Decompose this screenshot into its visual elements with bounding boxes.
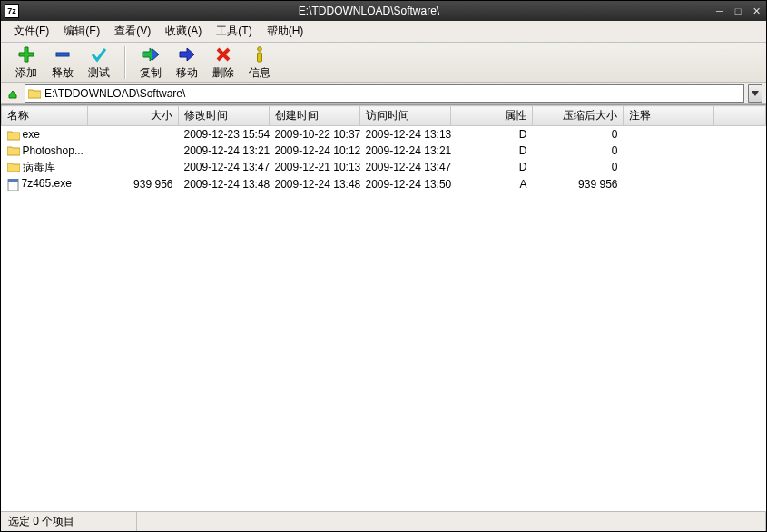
menu-view[interactable]: 查看(V): [107, 21, 158, 42]
file-created: 2009-12-24 10:12: [270, 143, 360, 159]
folder-icon: [7, 130, 20, 141]
menu-help[interactable]: 帮助(H): [260, 21, 311, 42]
move-button[interactable]: 移动: [169, 43, 205, 83]
menu-favorites[interactable]: 收藏(A): [158, 21, 209, 42]
app-window: 7z E:\TDDOWNLOAD\Software\ ─ □ ✕ 文件(F) 编…: [0, 0, 767, 532]
path-input[interactable]: [44, 87, 741, 100]
col-comment[interactable]: 注释: [624, 106, 714, 126]
test-button[interactable]: 测试: [81, 43, 117, 83]
info-button[interactable]: 信息: [241, 43, 278, 83]
x-icon: [214, 44, 232, 64]
file-name: exe: [23, 128, 40, 141]
toolbar: 添加 释放 测试 复制 移动: [1, 43, 766, 83]
file-comment: [624, 143, 714, 159]
folder-icon: [7, 162, 20, 172]
file-name: 7z465.exe: [22, 177, 72, 190]
svg-rect-4: [8, 179, 18, 182]
file-packed: 0: [533, 143, 624, 159]
file-name: Photoshop...: [23, 144, 84, 157]
check-icon: [90, 44, 108, 64]
table-row[interactable]: 病毒库2009-12-24 13:472009-12-21 10:132009-…: [2, 159, 766, 176]
path-field[interactable]: [25, 84, 744, 103]
svg-rect-0: [56, 53, 69, 56]
file-created: 2009-10-22 10:37: [270, 126, 360, 143]
titlebar: 7z E:\TDDOWNLOAD\Software\ ─ □ ✕: [1, 1, 766, 21]
file-accessed: 2009-12-24 13:47: [360, 159, 451, 176]
file-modified: 2009-12-24 13:47: [179, 159, 270, 176]
col-size[interactable]: 大小: [88, 106, 179, 126]
minimize-button[interactable]: ─: [713, 5, 726, 17]
up-arrow-icon: [5, 86, 20, 101]
menu-file[interactable]: 文件(F): [6, 21, 56, 42]
up-button[interactable]: [5, 85, 21, 102]
copy-button[interactable]: 复制: [133, 43, 169, 83]
minus-icon: [54, 44, 72, 64]
file-created: 2009-12-21 10:13: [270, 159, 360, 176]
file-size: [88, 126, 179, 143]
folder-icon: [28, 88, 41, 99]
file-comment: [624, 159, 714, 176]
file-attr: D: [451, 159, 533, 176]
path-dropdown-button[interactable]: [748, 84, 762, 103]
file-attr: D: [451, 126, 533, 143]
col-accessed[interactable]: 访问时间: [360, 106, 451, 126]
plus-icon: [17, 44, 35, 64]
file-modified: 2009-12-24 13:21: [179, 143, 270, 159]
extract-button[interactable]: 释放: [44, 43, 81, 83]
toolbar-separator: [124, 46, 125, 79]
col-created[interactable]: 创建时间: [270, 106, 360, 126]
menu-tools[interactable]: 工具(T): [209, 21, 259, 42]
delete-button[interactable]: 删除: [205, 43, 241, 83]
file-icon: [7, 179, 19, 191]
file-size: [88, 143, 179, 159]
file-attr: D: [451, 143, 533, 159]
svg-rect-2: [258, 53, 262, 62]
table-row[interactable]: Photoshop...2009-12-24 13:212009-12-24 1…: [2, 143, 766, 159]
file-created: 2009-12-24 13:48: [270, 176, 360, 192]
col-modified[interactable]: 修改时间: [179, 106, 270, 126]
table-row[interactable]: exe2009-12-23 15:542009-10-22 10:372009-…: [2, 126, 766, 143]
status-selection: 选定 0 个项目: [1, 512, 137, 531]
col-name[interactable]: 名称: [2, 106, 88, 126]
file-modified: 2009-12-23 15:54: [179, 126, 270, 143]
add-button[interactable]: 添加: [8, 43, 44, 83]
menubar: 文件(F) 编辑(E) 查看(V) 收藏(A) 工具(T) 帮助(H): [1, 21, 766, 43]
file-size: 939 956: [88, 176, 179, 192]
copy-arrow-icon: [141, 44, 161, 64]
file-accessed: 2009-12-24 13:21: [360, 143, 451, 159]
file-modified: 2009-12-24 13:48: [179, 176, 270, 192]
status-spacer: [137, 512, 766, 531]
chevron-down-icon: [752, 91, 759, 96]
file-attr: A: [451, 176, 533, 192]
menu-edit[interactable]: 编辑(E): [56, 21, 107, 42]
file-size: [88, 159, 179, 176]
col-packed[interactable]: 压缩后大小: [533, 106, 624, 126]
file-name: 病毒库: [23, 161, 55, 173]
file-comment: [624, 176, 714, 192]
close-button[interactable]: ✕: [750, 5, 762, 17]
move-arrow-icon: [178, 44, 196, 64]
col-spacer: [714, 106, 766, 126]
file-packed: 0: [533, 126, 624, 143]
file-packed: 0: [533, 159, 624, 176]
file-comment: [624, 126, 714, 143]
table-row[interactable]: 7z465.exe939 9562009-12-24 13:482009-12-…: [2, 176, 766, 192]
file-accessed: 2009-12-24 13:13: [360, 126, 451, 143]
folder-icon: [7, 145, 20, 156]
file-list[interactable]: 名称 大小 修改时间 创建时间 访问时间 属性 压缩后大小 注释 exe2009…: [1, 104, 766, 511]
app-icon: 7z: [5, 4, 19, 18]
statusbar: 选定 0 个项目: [1, 511, 766, 531]
file-accessed: 2009-12-24 13:50: [360, 176, 451, 192]
col-attributes[interactable]: 属性: [451, 106, 533, 126]
maximize-button[interactable]: □: [732, 5, 744, 17]
column-headers: 名称 大小 修改时间 创建时间 访问时间 属性 压缩后大小 注释: [2, 106, 766, 126]
svg-point-1: [258, 46, 262, 51]
info-icon: [251, 44, 269, 64]
window-title: E:\TDDOWNLOAD\Software\: [25, 5, 713, 17]
pathbar: [1, 83, 766, 104]
file-packed: 939 956: [533, 176, 624, 192]
